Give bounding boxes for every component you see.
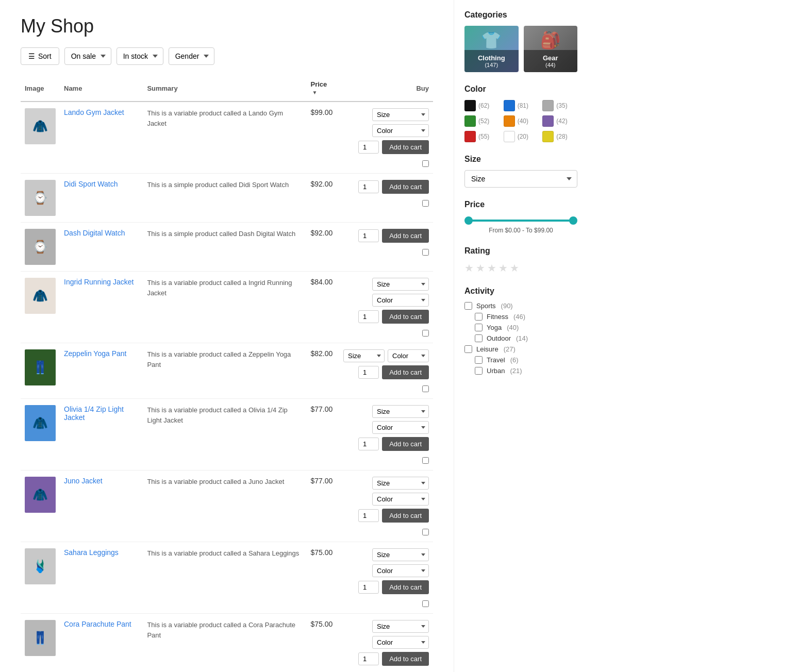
price-slider-min-thumb[interactable]	[464, 216, 473, 225]
color-item-yellow[interactable]: (28)	[542, 131, 577, 142]
col-header-price[interactable]: Price ▼	[307, 75, 339, 102]
product-name-link[interactable]: Lando Gym Jacket	[64, 108, 124, 116]
product-name-link[interactable]: Didi Sport Watch	[64, 180, 118, 188]
product-summary-cell: This is a variable product called a Juno…	[143, 471, 306, 542]
in-stock-select[interactable]: In stock All	[117, 47, 163, 65]
product-name-link[interactable]: Zeppelin Yoga Pant	[64, 349, 126, 358]
row-checkbox[interactable]	[422, 600, 429, 607]
row-checkbox[interactable]	[422, 457, 429, 464]
activity-item-sports[interactable]: Sports (90)	[464, 302, 577, 310]
color-item-blue[interactable]: (81)	[504, 100, 539, 111]
product-color-select[interactable]: ColorBlackBlueGreen	[372, 421, 429, 434]
quantity-input[interactable]	[358, 310, 379, 323]
activity-checkbox[interactable]	[464, 345, 472, 353]
star-1[interactable]: ★	[464, 262, 474, 274]
add-to-cart-button[interactable]: Add to cart	[382, 509, 429, 523]
color-item-orange[interactable]: (40)	[504, 115, 539, 127]
product-name-link[interactable]: Cora Parachute Pant	[64, 620, 131, 628]
row-checkbox-wrapper	[422, 455, 429, 464]
activity-checkbox[interactable]	[475, 324, 483, 331]
on-sale-select[interactable]: On sale All	[64, 47, 111, 65]
activity-count: (14)	[516, 334, 528, 342]
product-size-select[interactable]: SizeSML	[343, 349, 385, 362]
quantity-input[interactable]	[358, 366, 379, 379]
qty-cart-row: Add to cart	[358, 310, 429, 324]
product-size-select[interactable]: SizeSML	[372, 278, 429, 291]
activity-checkbox[interactable]	[475, 313, 483, 321]
add-to-cart-button[interactable]: Add to cart	[382, 140, 429, 154]
product-color-select[interactable]: ColorBlackBlueGreen	[372, 124, 429, 137]
product-color-select[interactable]: ColorBlackBlueGreen	[372, 564, 429, 577]
product-summary-cell: This is a simple product called Didi Spo…	[143, 174, 306, 223]
product-size-select[interactable]: SizeSML	[372, 548, 429, 561]
product-size-select[interactable]: SizeSML	[372, 620, 429, 633]
color-item-black[interactable]: (62)	[464, 100, 500, 111]
price-slider-max-thumb[interactable]	[569, 216, 577, 225]
product-size-select[interactable]: SizeSML	[372, 405, 429, 418]
star-2[interactable]: ★	[476, 262, 485, 274]
product-size-select[interactable]: SizeSML	[372, 477, 429, 490]
activity-item-travel[interactable]: Travel (6)	[464, 356, 577, 364]
category-gear[interactable]: 🎒 Gear (44)	[524, 26, 578, 72]
quantity-input[interactable]	[358, 141, 379, 154]
color-item-gray[interactable]: (35)	[542, 100, 577, 111]
row-checkbox[interactable]	[422, 249, 429, 256]
product-name-link[interactable]: Sahara Leggings	[64, 548, 119, 557]
add-to-cart-button[interactable]: Add to cart	[382, 180, 429, 194]
quantity-input[interactable]	[358, 581, 379, 594]
add-to-cart-button[interactable]: Add to cart	[382, 437, 429, 451]
star-3[interactable]: ★	[487, 262, 496, 274]
quantity-input[interactable]	[358, 180, 379, 193]
sort-button[interactable]: ☰ Sort	[21, 47, 59, 65]
quantity-input[interactable]	[358, 438, 379, 450]
color-count: (28)	[556, 133, 567, 140]
product-name-link[interactable]: Juno Jacket	[64, 477, 103, 485]
category-clothing[interactable]: 👕 Clothing (147)	[464, 26, 519, 72]
quantity-input[interactable]	[358, 652, 379, 665]
add-to-cart-button[interactable]: Add to cart	[382, 365, 429, 379]
color-item-red[interactable]: (55)	[464, 131, 500, 142]
row-checkbox[interactable]	[422, 529, 429, 535]
quantity-input[interactable]	[358, 509, 379, 522]
row-checkbox[interactable]	[422, 200, 429, 207]
product-name-link[interactable]: Ingrid Running Jacket	[64, 278, 134, 286]
product-image: 🩱	[25, 548, 56, 584]
activity-checkbox[interactable]	[475, 356, 483, 364]
activity-count: (90)	[501, 302, 513, 310]
price-title: Price	[464, 200, 577, 209]
product-buy-cell: SizeSMLColorBlackBlueGreenAdd to cart	[339, 272, 433, 343]
product-color-select[interactable]: ColorRedBlue	[388, 349, 429, 362]
activity-item-urban[interactable]: Urban (21)	[464, 367, 577, 375]
activity-item-yoga[interactable]: Yoga (40)	[464, 324, 577, 331]
row-checkbox[interactable]	[422, 385, 429, 392]
product-name-link[interactable]: Dash Digital Watch	[64, 229, 125, 237]
activity-checkbox[interactable]	[475, 334, 483, 342]
star-4[interactable]: ★	[498, 262, 508, 274]
star-5[interactable]: ★	[510, 262, 519, 274]
row-checkbox[interactable]	[422, 330, 429, 337]
activity-checkbox[interactable]	[464, 302, 472, 310]
row-checkbox[interactable]	[422, 160, 429, 167]
product-price-cell: $77.00	[307, 399, 339, 471]
color-item-purple[interactable]: (42)	[542, 115, 577, 127]
gender-select[interactable]: Gender Male Female Unisex	[169, 47, 214, 65]
activity-checkbox[interactable]	[475, 367, 483, 375]
product-color-select[interactable]: ColorBlackBlueGreen	[372, 493, 429, 506]
activity-item-fitness[interactable]: Fitness (46)	[464, 313, 577, 321]
add-to-cart-button[interactable]: Add to cart	[382, 229, 429, 243]
color-item-white[interactable]: (20)	[504, 131, 539, 142]
qty-cart-row: Add to cart	[358, 140, 429, 154]
product-color-select[interactable]: ColorBlackBlueGreen	[372, 294, 429, 307]
activity-item-leisure[interactable]: Leisure (27)	[464, 345, 577, 353]
quantity-input[interactable]	[358, 229, 379, 242]
add-to-cart-button[interactable]: Add to cart	[382, 652, 429, 666]
add-to-cart-button[interactable]: Add to cart	[382, 580, 429, 594]
size-select[interactable]: Size XS S M L XL XXL	[464, 170, 577, 188]
color-item-green[interactable]: (52)	[464, 115, 500, 127]
activity-item-outdoor[interactable]: Outdoor (14)	[464, 334, 577, 342]
product-color-select[interactable]: ColorBlackBlueGreen	[372, 636, 429, 649]
product-name-link[interactable]: Olivia 1/4 Zip Light Jacket	[64, 405, 124, 422]
activity-label: Travel	[487, 356, 505, 364]
product-size-select[interactable]: SizeSML	[372, 108, 429, 121]
add-to-cart-button[interactable]: Add to cart	[382, 310, 429, 324]
